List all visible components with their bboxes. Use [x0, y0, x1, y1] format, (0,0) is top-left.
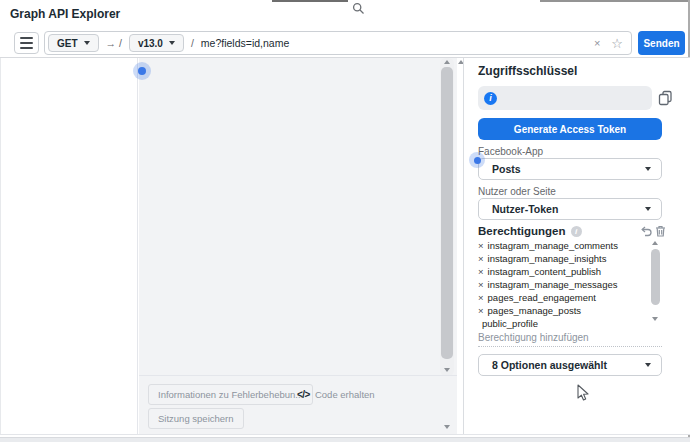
- caret-down-icon: [169, 41, 175, 45]
- mouse-cursor-icon: [577, 384, 590, 402]
- scroll-up-icon[interactable]: [652, 241, 658, 245]
- top-edge-right: [540, 0, 688, 2]
- star-icon[interactable]: ☆: [611, 36, 623, 51]
- version-dropdown[interactable]: v13.0: [129, 34, 184, 52]
- tour-pulse-dot[interactable]: [469, 152, 485, 168]
- undo-icon[interactable]: [640, 226, 652, 237]
- permission-name: instagram_manage_comments: [488, 240, 618, 251]
- node-viewer-panel: [0, 58, 138, 434]
- caret-down-icon: [645, 363, 651, 367]
- permission-name: instagram_manage_insights: [488, 253, 607, 264]
- permission-item: × pages_read_engagement: [478, 292, 596, 303]
- remove-permission-icon[interactable]: ×: [478, 266, 484, 277]
- facebook-app-dropdown[interactable]: Posts: [478, 158, 662, 180]
- dotted-separator: [478, 346, 662, 347]
- trash-icon[interactable]: [655, 225, 666, 237]
- permission-name: instagram_manage_messages: [488, 279, 618, 290]
- permissions-heading-row: Berechtigungen i: [478, 225, 582, 237]
- scroll-up-icon[interactable]: [444, 60, 450, 64]
- info-icon[interactable]: i: [484, 92, 497, 105]
- footer-divider: [139, 375, 457, 376]
- permission-name: pages_read_engagement: [488, 292, 596, 303]
- facebook-app-label: Facebook-App: [478, 146, 543, 157]
- search-icon[interactable]: [352, 2, 365, 15]
- add-permission-input[interactable]: Berechtigung hinzufügen: [478, 332, 589, 343]
- arrow-icon: → /: [106, 37, 122, 49]
- generate-access-token-button[interactable]: Generate Access Token: [478, 118, 662, 140]
- permission-item: public_profile: [478, 318, 538, 329]
- permission-item: × pages_manage_posts: [478, 305, 581, 316]
- method-dropdown[interactable]: GET: [48, 34, 99, 52]
- page-title: Graph API Explorer: [10, 7, 120, 21]
- caret-down-icon: [645, 167, 651, 171]
- permission-name: public_profile: [482, 318, 538, 329]
- scroll-down-icon[interactable]: [444, 425, 450, 429]
- version-label: v13.0: [138, 38, 163, 49]
- facebook-app-value: Posts: [492, 163, 645, 175]
- permission-name: pages_manage_posts: [488, 305, 582, 316]
- path-slash: /: [191, 37, 194, 49]
- caret-down-icon: [84, 41, 90, 45]
- permission-item: × instagram_manage_comments: [478, 240, 618, 251]
- copy-icon[interactable]: [658, 90, 673, 106]
- caret-down-icon: [645, 207, 651, 211]
- permissions-heading: Berechtigungen: [478, 225, 566, 237]
- request-path-input[interactable]: GET → / v13.0 / me?fields=id,name × ☆: [44, 31, 632, 55]
- troubleshoot-button[interactable]: Informationen zu Fehlerbehebun...: [148, 384, 313, 405]
- remove-permission-icon[interactable]: ×: [478, 292, 484, 303]
- query-path-text[interactable]: me?fields=id,name: [201, 37, 289, 49]
- user-token-dropdown[interactable]: Nutzer-Token: [478, 198, 662, 220]
- remove-permission-icon[interactable]: ×: [478, 279, 484, 290]
- send-button[interactable]: Senden: [638, 31, 685, 55]
- pulse-dot: [138, 67, 146, 75]
- scroll-down-icon[interactable]: [652, 317, 658, 321]
- permission-item: × instagram_content_publish: [478, 266, 601, 277]
- scroll-down-icon[interactable]: [444, 368, 450, 372]
- scrollbar-thumb[interactable]: [441, 67, 453, 359]
- page-footer-strip: [0, 437, 690, 442]
- graph-api-explorer-window: Graph API Explorer GET → / v13.0 / me?fi…: [0, 0, 690, 442]
- permission-item: × instagram_manage_messages: [478, 279, 617, 290]
- remove-permission-icon[interactable]: ×: [478, 240, 484, 251]
- user-token-value: Nutzer-Token: [492, 203, 645, 215]
- tour-pulse-dot[interactable]: [133, 62, 151, 80]
- method-label: GET: [57, 38, 78, 49]
- menu-icon[interactable]: [14, 32, 39, 54]
- selected-options-value: 8 Optionen ausgewählt: [492, 359, 645, 371]
- remove-permission-icon[interactable]: ×: [478, 253, 484, 264]
- get-code-label: Code erhalten: [315, 389, 375, 400]
- permissions-scrollbar-thumb[interactable]: [651, 249, 660, 305]
- access-token-field[interactable]: i: [478, 86, 652, 110]
- access-token-heading: Zugriffsschlüssel: [478, 64, 577, 78]
- info-icon[interactable]: i: [571, 226, 582, 237]
- top-edge-left: [272, 0, 348, 2]
- user-or-page-label: Nutzer oder Seite: [478, 186, 556, 197]
- panels-bottom-border: [0, 434, 690, 435]
- permission-item: × instagram_manage_insights: [478, 253, 606, 264]
- pulse-dot: [474, 157, 481, 164]
- remove-permission-icon[interactable]: ×: [478, 305, 484, 316]
- save-session-button[interactable]: Sitzung speichern: [148, 408, 244, 429]
- clear-icon[interactable]: ×: [594, 37, 600, 49]
- selected-options-dropdown[interactable]: 8 Optionen ausgewählt: [478, 354, 662, 376]
- code-icon: </>: [297, 389, 310, 400]
- permission-name: instagram_content_publish: [488, 266, 602, 277]
- response-panel: [139, 58, 457, 434]
- get-code-button[interactable]: </> Code erhalten: [297, 384, 375, 405]
